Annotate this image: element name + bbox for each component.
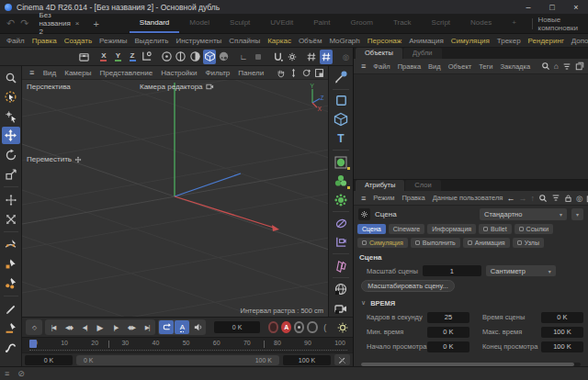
attributes-hamburger-icon[interactable]: ≡ — [357, 194, 369, 203]
workplane-box-icon[interactable] — [77, 50, 91, 64]
autokey-record-icon[interactable]: A — [281, 321, 291, 333]
chip-animation[interactable]: Анимация — [463, 238, 510, 248]
scrollbar-thumb[interactable] — [361, 363, 574, 366]
axis-modify-icon[interactable] — [2, 191, 20, 208]
tab-layers[interactable]: Слои — [405, 180, 440, 191]
autokey-frame-icon[interactable]: A — [175, 320, 189, 334]
preview-end-field[interactable]: 100 K — [541, 341, 583, 352]
scale-scene-button[interactable]: Масштабировать сцену... — [361, 280, 455, 292]
scene-scale-field[interactable]: 1 — [423, 265, 481, 276]
spline-smooth-pen-icon[interactable] — [2, 339, 20, 356]
menu-animation[interactable]: Анимация — [405, 37, 447, 45]
menu-tracker[interactable]: Трекер — [493, 37, 525, 45]
tweak-tool-icon[interactable] — [2, 107, 20, 125]
spline-point-pen-icon[interactable] — [2, 255, 20, 273]
menu-render[interactable]: Рендеринг — [525, 37, 568, 45]
preview-range-slider[interactable]: 0 K 100 K — [76, 355, 279, 365]
snap-settings-gear-icon[interactable] — [286, 50, 300, 64]
scale-tool-icon[interactable] — [2, 165, 20, 183]
keyframe-diamond-icon[interactable]: ◇ — [27, 320, 41, 334]
time-section-header[interactable]: ∨ ВРЕМЯ — [354, 293, 588, 310]
filter-icon[interactable] — [562, 62, 571, 71]
undo-icon[interactable]: ↶ — [4, 17, 17, 29]
render-view-icon[interactable] — [332, 299, 351, 317]
record-keyframe-icon[interactable] — [294, 321, 304, 333]
unit-dropdown[interactable]: Сантиметр ▾ — [486, 265, 556, 276]
menu-edit[interactable]: Правка — [28, 37, 61, 45]
record-params-icon[interactable] — [307, 321, 317, 333]
extra-dropdown[interactable]: ▾ — [571, 208, 583, 220]
tweak-square-icon[interactable] — [252, 50, 266, 64]
workspace-tab-standard[interactable]: Standard — [130, 14, 179, 33]
quantize-grid-icon[interactable] — [320, 50, 334, 64]
sound-icon[interactable] — [190, 320, 205, 334]
spline-arc-pen-icon[interactable] — [2, 236, 20, 253]
menu-character[interactable]: Персонаж — [364, 37, 405, 45]
menu-mograph[interactable]: MoGraph — [325, 37, 363, 45]
max-time-field[interactable]: 100 K — [541, 327, 583, 338]
current-frame-field[interactable]: 0 K — [214, 321, 260, 333]
document-tab-close-icon[interactable]: × — [75, 19, 80, 28]
record-scene-icon[interactable] — [268, 321, 278, 333]
workspace-tab-track[interactable]: Track — [383, 14, 422, 33]
min-time-field[interactable]: 0 K — [427, 327, 469, 338]
solo-bulb-icon[interactable] — [336, 321, 349, 334]
chip-simulation[interactable]: Симуляция — [357, 238, 408, 248]
chip-nodes[interactable]: Узлы — [513, 238, 544, 248]
live-selection-icon[interactable] — [2, 88, 20, 106]
spline-primitive-icon[interactable] — [332, 93, 351, 110]
search-icon[interactable] — [538, 194, 548, 203]
range-end-field[interactable]: 100 K — [283, 355, 331, 365]
snap-icon[interactable] — [271, 50, 285, 64]
menu-mesh[interactable]: Каркас — [264, 37, 295, 45]
preview-start-field[interactable]: 0 K — [427, 341, 469, 352]
objects-menu-view[interactable]: Вид — [424, 62, 445, 71]
dash-pen-icon[interactable] — [2, 319, 20, 337]
field-icon[interactable] — [332, 215, 351, 232]
object-list[interactable] — [354, 74, 588, 180]
menu-modes[interactable]: Режимы — [96, 37, 130, 45]
fps-field[interactable]: 25 — [427, 312, 469, 323]
viewport-menu-filter[interactable]: Фильтр — [201, 69, 234, 77]
line-pen-icon[interactable] — [2, 300, 20, 318]
history-forward-icon[interactable]: → — [518, 194, 526, 203]
goto-end-icon[interactable]: ▶| — [140, 320, 154, 334]
chip-cineware[interactable]: Cineware — [389, 224, 425, 234]
menu-volume[interactable]: Объём — [295, 37, 326, 45]
home-icon[interactable]: ⌂ — [554, 61, 559, 71]
preset-dropdown[interactable]: Стандартно ▾ — [480, 208, 567, 220]
commander-search-icon[interactable] — [2, 69, 20, 86]
viewport-menu-view[interactable]: Вид — [39, 69, 60, 77]
texture-mode-icon[interactable] — [217, 50, 231, 64]
loop-icon[interactable] — [159, 320, 174, 334]
menu-file[interactable]: Файл — [3, 37, 28, 45]
motext-icon[interactable]: T — [332, 130, 351, 148]
objects-menu-bookmark[interactable]: Закладка — [496, 62, 534, 71]
filter-icon[interactable] — [551, 194, 560, 202]
grid-icon[interactable] — [305, 50, 319, 64]
viewport[interactable]: ≡ Вид Камеры Представление Настройки Фил… — [22, 66, 329, 317]
viewport-canvas[interactable]: Перспектива Камера редактора Переместить — [22, 80, 328, 317]
chip-execute[interactable]: Выполнить — [411, 238, 460, 248]
scene-time-field[interactable]: 0 K — [541, 312, 583, 323]
chip-scene[interactable]: Сцена — [357, 224, 386, 234]
axis-extend-icon[interactable] — [2, 210, 20, 228]
tab-objects[interactable]: Объекты — [356, 48, 402, 59]
viewport-menu-display[interactable]: Представление — [96, 69, 157, 77]
edges-mode-icon[interactable] — [175, 50, 188, 64]
range-start-field[interactable]: 0 K — [25, 355, 73, 365]
redo-icon[interactable]: ↷ — [17, 17, 31, 29]
chip-info[interactable]: Информация — [427, 224, 476, 234]
subdivision-surface-icon[interactable] — [332, 153, 351, 171]
objects-menu-edit[interactable]: Правка — [394, 62, 424, 71]
target-icon[interactable]: ◎ — [339, 50, 353, 64]
move-tool-icon[interactable] — [2, 127, 20, 144]
play-icon[interactable]: ▶ — [93, 320, 107, 334]
zoom-icon[interactable] — [288, 68, 299, 78]
maximize-button[interactable]: □ — [540, 0, 564, 14]
workspace-tab-groom[interactable]: Groom — [340, 14, 382, 33]
viewport-hamburger-icon[interactable]: ≡ — [25, 68, 39, 77]
document-tab[interactable]: Без названия 2 × — [31, 14, 86, 33]
objects-hamburger-icon[interactable]: ≡ — [357, 61, 369, 71]
view-label[interactable]: Перспектива — [27, 83, 71, 91]
